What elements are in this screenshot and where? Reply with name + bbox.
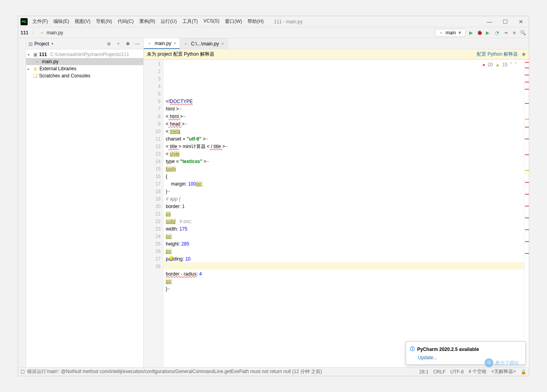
menu-navigate[interactable]: 导航(N) [94, 17, 114, 26]
ide-window: PC 文件(F) 编辑(E) 视图(V) 导航(N) 代码(C) 重构(R) 运… [18, 16, 529, 376]
tree-project-path: C:\Users\admin\PycharmProjects\111 [50, 52, 129, 57]
tree-scratches[interactable]: ❏ Scratches and Consoles [26, 72, 143, 79]
menu-vcs[interactable]: VCS(S) [201, 17, 222, 26]
code-content[interactable]: ●20 ▲15 ˄ ˅ <!DOCTYPEhtml >~< html >~< h… [163, 60, 524, 367]
navbar: 111 〉 main.py main ▼ ▶ 🐞 ▶. ◔ ⇥ ■ 🔍 [18, 27, 529, 38]
code-editor[interactable]: 1234567891011121314151617181920212223242… [144, 60, 529, 367]
project-view-selector[interactable]: ▤ Project ▼ [28, 41, 54, 47]
status-bar: ☐ 错误运行'main': @NotNull method com/intell… [18, 367, 529, 376]
run-coverage-button[interactable]: ▶. [485, 29, 492, 36]
bulb-icon[interactable]: 💡 [168, 255, 174, 263]
titlebar: PC 文件(F) 编辑(E) 视图(V) 导航(N) 代码(C) 重构(R) 运… [18, 16, 529, 27]
tab-main-py[interactable]: main.py × [144, 38, 180, 49]
locate-button[interactable]: ⊕ [105, 40, 112, 47]
chevron-right-icon: 〉 [32, 29, 36, 36]
tree-external-libraries[interactable]: ▸ ⫼ External Libraries [26, 65, 143, 72]
chevron-down-icon[interactable]: ˅ [515, 61, 517, 69]
lock-icon[interactable]: 🔒 [521, 369, 526, 375]
error-stripe[interactable] [524, 60, 529, 367]
menu-run[interactable]: 运行(U) [158, 17, 179, 26]
profile-button[interactable]: ◔ [493, 29, 500, 36]
menu-code[interactable]: 代码(C) [115, 17, 136, 26]
maximize-button[interactable]: ☐ [497, 16, 513, 27]
menubar: 文件(F) 编辑(E) 视图(V) 导航(N) 代码(C) 重构(R) 运行(U… [30, 17, 266, 26]
minimize-button[interactable]: ― [481, 16, 497, 27]
tab-main-py-2[interactable]: C:\...\main.py × [180, 38, 228, 49]
menu-refactor[interactable]: 重构(R) [137, 17, 158, 26]
menu-window[interactable]: 窗口(W) [223, 17, 244, 26]
chevron-down-icon: ▼ [457, 30, 462, 36]
error-icon: ● [482, 61, 485, 69]
run-config-selector[interactable]: main ▼ [435, 29, 466, 37]
app-icon: PC [21, 18, 28, 25]
menu-file[interactable]: 文件(F) [30, 17, 50, 26]
breadcrumb-project[interactable]: 111 [21, 30, 28, 36]
info-icon: ⓘ [410, 346, 415, 353]
update-popup: ⓘ PyCharm 2020.2.5 available Update... [406, 341, 526, 365]
tab-label: main.py [155, 41, 171, 46]
warning-count: 15 [502, 61, 508, 69]
configure-interpreter-link[interactable]: 配置 Python 解释器 [477, 51, 518, 58]
tree-project-root[interactable]: ▾ ▣ 111 C:\Users\admin\PycharmProjects\1… [26, 51, 143, 58]
project-tree[interactable]: ▾ ▣ 111 C:\Users\admin\PycharmProjects\1… [26, 49, 143, 81]
tree-row-label: Scratches and Consoles [39, 73, 90, 79]
tree-file-main[interactable]: main.py [26, 58, 143, 65]
window-title: 111 - main.py [274, 19, 303, 24]
hide-button[interactable]: — [134, 40, 141, 47]
indent-setting[interactable]: 4 个空格 [468, 368, 487, 375]
stop-button[interactable]: ■ [511, 29, 518, 36]
chevron-down-icon[interactable]: ▾ [28, 53, 32, 57]
menu-edit[interactable]: 编辑(E) [51, 17, 71, 26]
interpreter-banner: 未为 project 配置 Python 解释器 配置 Python 解释器 ✱ [144, 49, 529, 60]
status-icon[interactable]: ☐ [21, 369, 25, 375]
attach-button[interactable]: ⇥ [502, 29, 509, 36]
line-number-gutter[interactable]: 1234567891011121314151617181920212223242… [144, 60, 163, 367]
libraries-icon: ⫼ [33, 66, 38, 71]
breadcrumb-file[interactable]: main.py [47, 30, 63, 36]
banner-text: 未为 project 配置 Python 解释器 [147, 51, 214, 58]
project-view-label: Project [34, 41, 49, 47]
popup-title-text: PyCharm 2020.2.5 available [417, 347, 479, 352]
python-file-icon [35, 59, 40, 64]
settings-icon[interactable]: ✱ [124, 40, 131, 47]
chevron-down-icon: ▼ [51, 42, 54, 46]
run-button[interactable]: ▶ [467, 29, 474, 36]
folder-icon: ▣ [33, 52, 37, 57]
chevron-right-icon[interactable]: ▸ [28, 67, 32, 71]
project-icon: ▤ [28, 41, 33, 47]
editor-tabs: main.py × C:\...\main.py × [144, 38, 529, 49]
close-tab-icon[interactable]: × [221, 41, 224, 47]
breadcrumb[interactable]: 111 〉 main.py [21, 29, 63, 36]
python-file-icon [183, 41, 189, 47]
close-tab-icon[interactable]: × [174, 41, 176, 46]
python-icon [438, 30, 444, 36]
tree-file-label: main.py [42, 59, 58, 64]
file-encoding[interactable]: UTF-8 [450, 369, 464, 375]
python-file-icon [39, 30, 45, 36]
close-button[interactable]: ✕ [513, 16, 529, 27]
expand-all-button[interactable]: ÷ [115, 40, 122, 47]
editor-area: main.py × C:\...\main.py × 未为 project 配置… [144, 38, 529, 367]
scratches-icon: ❏ [33, 73, 37, 79]
tab-label: C:\...\main.py [191, 41, 219, 47]
gear-icon[interactable]: ✱ [522, 52, 526, 57]
python-interpreter[interactable]: <无解释器> [491, 368, 516, 375]
error-count: 20 [487, 61, 493, 69]
run-config-label: main [446, 30, 456, 36]
status-message[interactable]: 错误运行'main': @NotNull method com/intellij… [27, 368, 322, 375]
menu-view[interactable]: 视图(V) [72, 17, 93, 26]
debug-button[interactable]: 🐞 [476, 29, 483, 36]
python-file-icon [147, 41, 152, 46]
tree-project-name: 111 [39, 52, 47, 57]
project-tool-window: ▤ Project ▼ ⊕ ÷ ✱ — ▾ ▣ 111 C:\Users\adm… [26, 38, 144, 367]
current-line-highlight [163, 262, 524, 270]
search-everywhere-button[interactable]: 🔍 [519, 29, 526, 36]
menu-help[interactable]: 帮助(H) [245, 17, 266, 26]
caret-position[interactable]: 28:1 [419, 369, 428, 375]
update-link[interactable]: Update... [418, 355, 521, 360]
menu-tools[interactable]: 工具(T) [180, 17, 200, 26]
line-separator[interactable]: CRLF [433, 369, 446, 375]
left-tool-strip[interactable] [18, 38, 26, 367]
inspection-widget[interactable]: ●20 ▲15 ˄ ˅ [482, 61, 517, 69]
chevron-up-icon[interactable]: ˄ [510, 61, 512, 69]
